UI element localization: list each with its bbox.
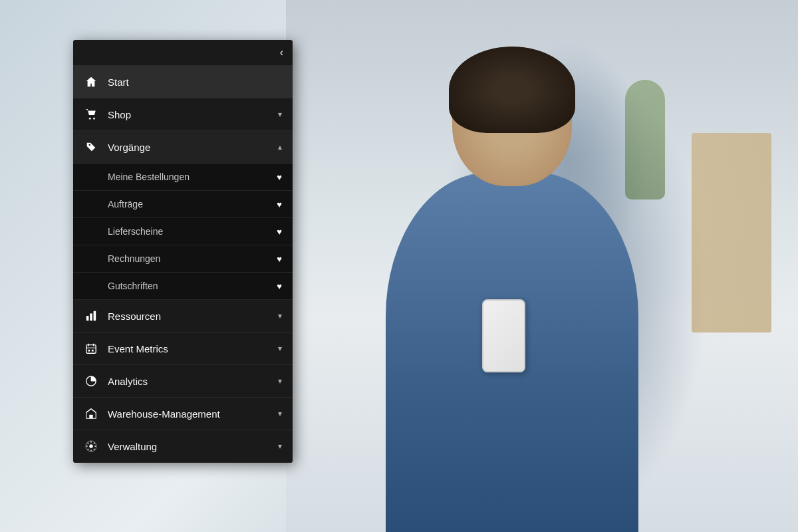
ressourcen-arrow-icon: ▾ [278, 311, 282, 321]
sidebar-item-warehouse-management[interactable]: Warehouse-Management ▾ [73, 398, 293, 430]
sidebar-item-ressourcen-label: Ressourcen [108, 311, 278, 322]
pie-chart-icon [84, 374, 98, 388]
svg-rect-10 [92, 350, 94, 352]
background-photo [286, 0, 798, 532]
svg-point-0 [89, 118, 91, 120]
sidebar-item-vorgange-label: Vorgänge [108, 142, 278, 153]
svg-rect-15 [89, 415, 92, 418]
analytics-arrow-icon: ▾ [278, 376, 282, 386]
sidebar-collapse-button[interactable]: ‹ [73, 40, 293, 66]
sidebar-item-start[interactable]: Start [73, 66, 293, 98]
verwaltung-arrow-icon: ▾ [278, 442, 282, 451]
svg-point-1 [93, 118, 95, 120]
sidebar-item-shop[interactable]: Shop ▾ [73, 98, 293, 131]
sidebar-item-meine-bestellungen[interactable]: Meine Bestellungen ♥ [73, 164, 293, 191]
sidebar-item-start-label: Start [108, 76, 282, 88]
lieferscheine-fav-icon: ♥ [277, 227, 282, 237]
auftraege-label: Aufträge [108, 199, 277, 209]
sidebar-item-event-metrics-label: Event Metrics [108, 343, 278, 354]
sidebar-item-lieferscheine[interactable]: Lieferscheine ♥ [73, 218, 293, 245]
collapse-icon: ‹ [280, 47, 283, 59]
sidebar-item-analytics[interactable]: Analytics ▾ [73, 365, 293, 398]
svg-point-18 [89, 444, 92, 448]
cart-icon [84, 107, 98, 122]
svg-line-16 [86, 409, 91, 412]
svg-rect-9 [88, 350, 90, 352]
warehouse-icon [84, 406, 98, 421]
vorgange-arrow-icon: ▴ [278, 142, 282, 152]
warehouse-management-arrow-icon: ▾ [278, 409, 282, 418]
sidebar-item-auftraege[interactable]: Aufträge ♥ [73, 191, 293, 218]
gear-icon [84, 439, 98, 454]
sidebar-item-event-metrics[interactable]: Event Metrics ▾ [73, 332, 293, 365]
svg-line-17 [91, 409, 96, 412]
shop-arrow-icon: ▾ [278, 110, 282, 119]
sidebar-item-verwaltung-label: Verwaltung [108, 441, 278, 452]
sidebar-item-verwaltung[interactable]: Verwaltung ▾ [73, 430, 293, 463]
svg-rect-2 [86, 316, 89, 321]
calendar-icon [84, 341, 98, 356]
auftraege-fav-icon: ♥ [277, 200, 282, 209]
sidebar: ‹ Start Shop ▾ Vorgänge ▴ [73, 40, 293, 463]
gutschriften-fav-icon: ♥ [277, 281, 282, 291]
lieferscheine-label: Lieferscheine [108, 226, 277, 237]
sidebar-item-rechnungen[interactable]: Rechnungen ♥ [73, 245, 293, 273]
svg-rect-4 [94, 311, 96, 321]
sidebar-item-shop-label: Shop [108, 109, 278, 120]
tag-icon [84, 140, 98, 154]
svg-rect-5 [86, 345, 96, 354]
bar-chart-icon [84, 309, 98, 323]
sidebar-item-ressourcen[interactable]: Ressourcen ▾ [73, 300, 293, 332]
meine-bestellungen-fav-icon: ♥ [277, 172, 282, 182]
sidebar-item-gutschriften[interactable]: Gutschriften ♥ [73, 273, 293, 300]
sidebar-item-warehouse-management-label: Warehouse-Management [108, 408, 278, 420]
sidebar-item-analytics-label: Analytics [108, 376, 278, 387]
event-metrics-arrow-icon: ▾ [278, 344, 282, 353]
meine-bestellungen-label: Meine Bestellungen [108, 172, 277, 182]
svg-rect-3 [90, 313, 92, 321]
gutschriften-label: Gutschriften [108, 281, 277, 291]
sidebar-item-vorgange[interactable]: Vorgänge ▴ [73, 131, 293, 164]
home-icon [84, 74, 98, 89]
rechnungen-fav-icon: ♥ [277, 254, 282, 264]
rechnungen-label: Rechnungen [108, 253, 277, 264]
